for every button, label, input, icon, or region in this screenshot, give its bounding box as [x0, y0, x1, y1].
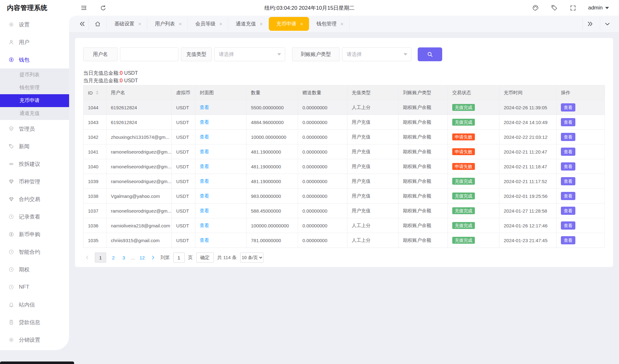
status-badge: 申请失败: [452, 133, 475, 140]
tab-basic-settings[interactable]: 基础设置×: [107, 18, 147, 30]
sidebar-item-channel-recharge[interactable]: 通道充值: [0, 107, 69, 120]
tab-user-list[interactable]: 用户列表×: [147, 18, 188, 30]
view-detail-button[interactable]: 查看: [561, 148, 575, 156]
tabs-scroll-right-icon[interactable]: [583, 18, 597, 30]
next-page-icon[interactable]: [149, 253, 157, 263]
admin-menu[interactable]: admin: [588, 5, 609, 11]
page-2-button[interactable]: 2: [110, 253, 117, 263]
cover-view-link[interactable]: 查看: [200, 105, 209, 110]
sidebar-item-users[interactable]: 用户: [0, 33, 69, 51]
cell-bonus: 0.00000000: [298, 100, 347, 115]
view-detail-button[interactable]: 查看: [561, 192, 575, 200]
cell-cover: 查看: [195, 204, 247, 218]
close-icon[interactable]: ×: [340, 21, 344, 27]
tab-wallet-manage[interactable]: 钱包管理×: [309, 18, 350, 30]
close-icon[interactable]: ×: [260, 21, 263, 27]
theme-palette-icon[interactable]: [532, 4, 539, 11]
view-detail-button[interactable]: 查看: [561, 118, 575, 126]
sidebar-item-loan-info[interactable]: 贷款信息: [0, 313, 69, 331]
col-header-0[interactable]: ID: [84, 85, 106, 100]
sidebar-item-messages[interactable]: 站内信: [0, 296, 69, 313]
fullscreen-icon[interactable]: [570, 5, 576, 11]
sidebar-item-wallet-manage[interactable]: 钱包管理: [0, 81, 69, 94]
cover-view-link[interactable]: 查看: [200, 178, 209, 184]
view-detail-button[interactable]: 查看: [561, 236, 575, 244]
status-badge: 申请失败: [452, 148, 475, 155]
cell-id: 1036: [84, 218, 106, 233]
tab-channel-recharge[interactable]: 通道充值×: [228, 18, 269, 30]
cover-view-link[interactable]: 查看: [200, 223, 209, 228]
sidebar-item-records[interactable]: 记录查看: [0, 208, 69, 225]
tabs-collapse-left-icon[interactable]: [76, 18, 89, 30]
view-detail-button[interactable]: 查看: [561, 133, 575, 141]
clock-icon: [8, 284, 14, 290]
view-detail-button[interactable]: 查看: [561, 207, 575, 215]
close-icon[interactable]: ×: [219, 21, 222, 27]
cell-username: ramoneliseorodriguez@gm...: [106, 159, 172, 174]
goto-page-input[interactable]: [173, 253, 185, 263]
page-3-button[interactable]: 3: [121, 253, 127, 263]
collapse-menu-icon[interactable]: [80, 4, 87, 11]
page-size-select[interactable]: 10 条/页: [240, 253, 263, 263]
tag-icon: [8, 144, 14, 149]
cell-time: 2024-02-01 19:25:56: [499, 189, 557, 204]
cell-account-type: 期权账户余额: [399, 159, 448, 174]
cell-amount: 100000.00000000: [247, 218, 298, 233]
view-detail-button[interactable]: 查看: [561, 162, 575, 171]
sidebar-item-distribution-settings[interactable]: 分销设置: [0, 331, 69, 349]
cover-view-link[interactable]: 查看: [200, 193, 209, 198]
chevron-down-icon: [277, 53, 281, 56]
close-icon[interactable]: ×: [179, 21, 182, 27]
sidebar-item-news[interactable]: 新闻: [0, 138, 69, 155]
username-input[interactable]: [120, 47, 178, 61]
cell-account-type: 期权账户余额: [399, 204, 448, 218]
cover-view-link[interactable]: 查看: [200, 119, 209, 125]
horizontal-scrollbar-thumb[interactable]: [0, 361, 74, 364]
sidebar-item-wallet[interactable]: 钱包: [0, 51, 69, 68]
close-icon[interactable]: ×: [138, 21, 141, 27]
sidebar-item-contract-trade[interactable]: 合约交易: [0, 190, 69, 208]
tab-member-level[interactable]: 会员等级×: [188, 18, 228, 30]
home-icon[interactable]: [89, 18, 107, 30]
cover-view-link[interactable]: 查看: [200, 149, 209, 154]
sidebar-item-nft[interactable]: NFT: [0, 278, 69, 296]
sidebar-item-settings[interactable]: 设置: [0, 16, 69, 33]
view-detail-button[interactable]: 查看: [561, 177, 575, 185]
view-detail-button[interactable]: 查看: [561, 221, 575, 230]
sidebar-item-new-coin-subscribe[interactable]: 新币申购: [0, 225, 69, 243]
recharge-type-select[interactable]: 请选择: [214, 47, 285, 61]
sidebar-item-withdraw-list[interactable]: 提币列表: [0, 68, 69, 81]
refresh-icon[interactable]: [100, 5, 106, 11]
cell-recharge-type: 用户充值: [347, 204, 399, 218]
status-badge: 充值完成: [452, 104, 475, 111]
sidebar-item-coin-manage[interactable]: 币种管理: [0, 173, 69, 190]
sidebar-item-smart-contract[interactable]: 智能合约: [0, 243, 69, 261]
account-type-label: 到账账户类型: [292, 47, 339, 61]
infinity-icon: [8, 161, 14, 167]
view-detail-button[interactable]: 查看: [561, 103, 575, 111]
close-icon[interactable]: ×: [300, 21, 303, 27]
tag-icon[interactable]: [551, 4, 558, 11]
sidebar-item-options[interactable]: 期权: [0, 261, 69, 278]
cover-view-link[interactable]: 查看: [200, 208, 209, 213]
cover-view-link[interactable]: 查看: [200, 134, 209, 139]
sidebar-item-feedback[interactable]: 投拆建议: [0, 155, 69, 173]
cell-id: 1040: [84, 159, 106, 174]
sort-icon[interactable]: [95, 90, 99, 95]
page-1-button[interactable]: 1: [95, 253, 106, 263]
cover-view-link[interactable]: 查看: [200, 237, 209, 243]
tabs-more-icon[interactable]: [600, 18, 615, 30]
shield-icon: [8, 126, 14, 132]
cover-view-link[interactable]: 查看: [200, 164, 209, 169]
account-type-select[interactable]: 请选择: [342, 47, 411, 61]
cell-status: 充值完成: [448, 174, 499, 189]
page-12-button[interactable]: 12: [139, 253, 145, 263]
confirm-button[interactable]: 确定: [196, 253, 214, 263]
sidebar-item-admin[interactable]: 管理员: [0, 120, 69, 138]
cell-amount: 5500.00000000: [247, 100, 298, 115]
sidebar-item-coin-recharge-apply[interactable]: 充币申请: [0, 94, 69, 107]
search-button[interactable]: [418, 47, 442, 61]
tab-coin-recharge-apply[interactable]: 充币申请×: [269, 17, 309, 31]
dollar-icon: [8, 57, 14, 62]
prev-page-icon[interactable]: [83, 253, 91, 263]
